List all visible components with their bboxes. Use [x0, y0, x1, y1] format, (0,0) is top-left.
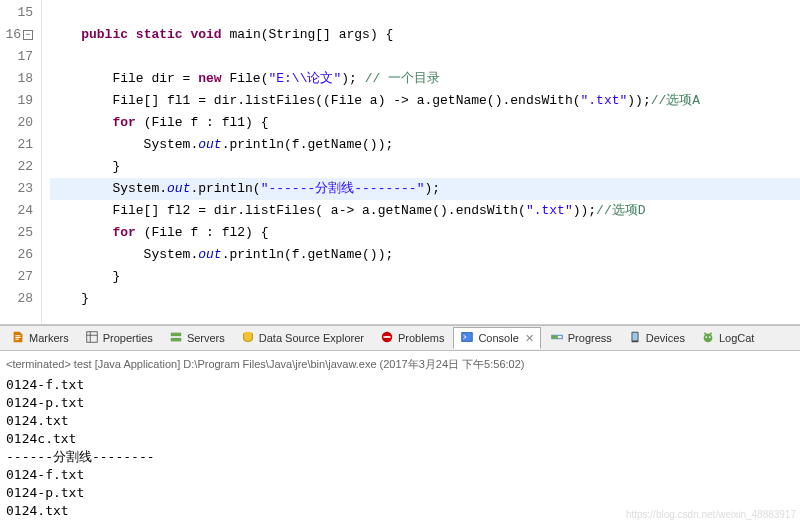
- console-icon: [460, 330, 474, 346]
- tab-label: LogCat: [719, 332, 754, 344]
- svg-rect-8: [552, 335, 558, 339]
- console-line: 0124c.txt: [6, 430, 794, 448]
- console-line: 0124-f.txt: [6, 466, 794, 484]
- tab-label: Devices: [646, 332, 685, 344]
- console-line: 0124.txt: [6, 412, 794, 430]
- tab-label: Progress: [568, 332, 612, 344]
- code-line[interactable]: File[] fl2 = dir.listFiles( a-> a.getNam…: [50, 200, 800, 222]
- line-number: 15: [0, 2, 33, 24]
- tab-progress[interactable]: Progress: [543, 327, 619, 349]
- code-line[interactable]: File dir = new File("E:\\论文"); // 一个目录: [50, 68, 800, 90]
- tab-label: Problems: [398, 332, 444, 344]
- code-editor[interactable]: 1516−171819202122232425262728 public sta…: [0, 0, 800, 325]
- markers-icon: [11, 330, 25, 346]
- tab-label: Properties: [103, 332, 153, 344]
- console-output[interactable]: 0124-f.txt0124-p.txt0124.txt0124c.txt---…: [0, 376, 800, 520]
- properties-icon: [85, 330, 99, 346]
- svg-rect-6: [462, 333, 473, 342]
- line-number: 23: [0, 178, 33, 200]
- svg-rect-1: [171, 333, 182, 337]
- watermark: https://blog.csdn.net/weixin_48883917: [626, 509, 796, 520]
- line-number: 19: [0, 90, 33, 112]
- devices-icon: [628, 330, 642, 346]
- svg-rect-10: [632, 333, 637, 341]
- svg-point-12: [705, 336, 707, 338]
- line-number: 26: [0, 244, 33, 266]
- progress-icon: [550, 330, 564, 346]
- line-number: 18: [0, 68, 33, 90]
- tab-dse[interactable]: Data Source Explorer: [234, 327, 371, 349]
- console-line: 0124-p.txt: [6, 394, 794, 412]
- line-number-gutter: 1516−171819202122232425262728: [0, 0, 42, 324]
- line-number: 28: [0, 288, 33, 310]
- console-line: ------分割线--------: [6, 448, 794, 466]
- line-number: 27: [0, 266, 33, 288]
- problems-icon: [380, 330, 394, 346]
- fold-toggle-icon[interactable]: −: [23, 30, 33, 40]
- svg-rect-5: [383, 336, 390, 338]
- code-line[interactable]: System.out.println(f.getName());: [50, 244, 800, 266]
- code-line[interactable]: [50, 2, 800, 24]
- line-number: 21: [0, 134, 33, 156]
- line-number: 16−: [0, 24, 33, 46]
- code-line[interactable]: }: [50, 266, 800, 288]
- line-number: 17: [0, 46, 33, 68]
- tab-label: Markers: [29, 332, 69, 344]
- tab-label: Data Source Explorer: [259, 332, 364, 344]
- svg-rect-2: [171, 338, 182, 342]
- code-line[interactable]: [50, 46, 800, 68]
- code-line[interactable]: System.out.println("------分割线--------");: [50, 178, 800, 200]
- code-line[interactable]: File[] fl1 = dir.listFiles((File a) -> a…: [50, 90, 800, 112]
- svg-rect-0: [86, 332, 97, 343]
- logcat-icon: [701, 330, 715, 346]
- line-number: 22: [0, 156, 33, 178]
- console-line: 0124-f.txt: [6, 376, 794, 394]
- code-line[interactable]: }: [50, 156, 800, 178]
- tab-properties[interactable]: Properties: [78, 327, 160, 349]
- views-tabbar[interactable]: MarkersPropertiesServersData Source Expl…: [0, 325, 800, 351]
- code-line[interactable]: }: [50, 288, 800, 310]
- tab-devices[interactable]: Devices: [621, 327, 692, 349]
- tab-console[interactable]: Console✕: [453, 327, 540, 349]
- line-number: 25: [0, 222, 33, 244]
- code-line[interactable]: System.out.println(f.getName());: [50, 134, 800, 156]
- line-number: 20: [0, 112, 33, 134]
- servers-icon: [169, 330, 183, 346]
- console-line: 0124-p.txt: [6, 484, 794, 502]
- tab-servers[interactable]: Servers: [162, 327, 232, 349]
- close-icon[interactable]: ✕: [525, 332, 534, 345]
- console-terminated-header: <terminated> test [Java Application] D:\…: [0, 351, 800, 376]
- tab-label: Servers: [187, 332, 225, 344]
- tab-problems[interactable]: Problems: [373, 327, 451, 349]
- code-area[interactable]: public static void main(String[] args) {…: [42, 0, 800, 324]
- code-line[interactable]: public static void main(String[] args) {: [50, 24, 800, 46]
- dse-icon: [241, 330, 255, 346]
- svg-point-13: [709, 336, 711, 338]
- tab-logcat[interactable]: LogCat: [694, 327, 761, 349]
- tab-label: Console: [478, 332, 518, 344]
- code-line[interactable]: for (File f : fl2) {: [50, 222, 800, 244]
- tab-markers[interactable]: Markers: [4, 327, 76, 349]
- code-line[interactable]: for (File f : fl1) {: [50, 112, 800, 134]
- line-number: 24: [0, 200, 33, 222]
